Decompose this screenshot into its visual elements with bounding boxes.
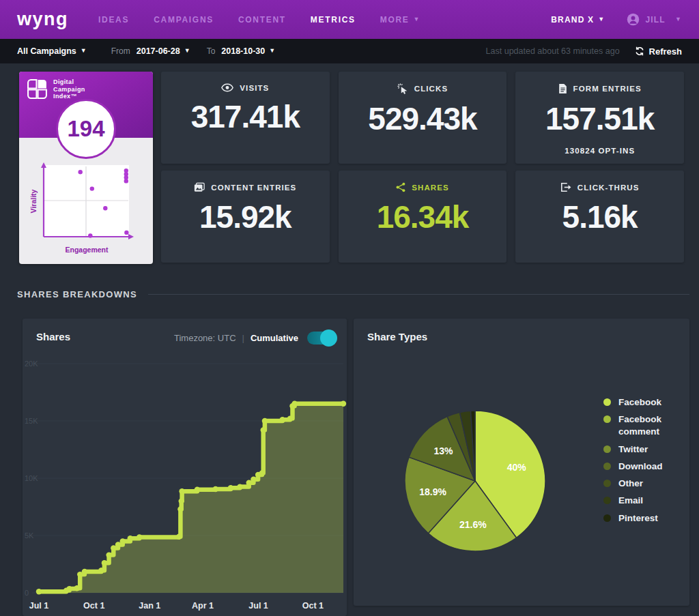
tile-form-entries: FORM ENTRIES 157.51k 130824 OPT-INS <box>515 72 684 164</box>
legend-swatch <box>603 398 611 406</box>
legend-label: Download <box>618 460 663 473</box>
legend-swatch <box>603 480 611 487</box>
svg-text:Jan 1: Jan 1 <box>139 601 160 611</box>
legend-item-facebook: Facebook <box>603 396 689 409</box>
legend-item-pinterest: Pinterest <box>603 512 689 525</box>
svg-text:0: 0 <box>25 589 29 597</box>
wyng-logo[interactable]: wyng <box>17 9 68 30</box>
legend-label: Pinterest <box>618 512 658 525</box>
tile-value: 317.41k <box>191 98 300 135</box>
svg-text:Jul 1: Jul 1 <box>248 601 268 611</box>
share-icon <box>396 182 405 192</box>
svg-text:5K: 5K <box>25 531 34 540</box>
chevron-down-icon: ▼ <box>598 16 605 23</box>
chevron-down-icon: ▼ <box>269 47 275 54</box>
dci-y-axis-label: Virality <box>30 189 38 213</box>
svg-text:Oct 1: Oct 1 <box>302 601 324 611</box>
share-types-card: Share Types 40%21.6%18.9%13% FacebookFac… <box>354 319 689 606</box>
dci-score-value: 194 <box>67 116 104 142</box>
tile-label: CLICKS <box>414 85 448 93</box>
cumulative-toggle[interactable] <box>307 332 336 344</box>
shares-area-fill <box>39 404 343 593</box>
svg-text:21.6%: 21.6% <box>459 519 487 530</box>
brand-name: BRAND X <box>551 15 594 25</box>
dci-scatter-point <box>88 233 92 237</box>
chevron-down-icon: ▼ <box>184 47 190 54</box>
svg-text:Apr 1: Apr 1 <box>192 601 214 611</box>
svg-text:Oct 1: Oct 1 <box>83 601 104 611</box>
main-nav: IDEAS CAMPAIGNS CONTENT METRICS MORE▼ <box>98 15 420 25</box>
svg-text:18.9%: 18.9% <box>419 486 446 497</box>
legend-label: Facebook comment <box>618 413 689 438</box>
tile-label: VISITS <box>240 84 269 92</box>
dci-scatter-point <box>79 170 83 174</box>
nav-item-more[interactable]: MORE▼ <box>380 15 420 25</box>
campaign-selector[interactable]: All Campaigns▼ <box>17 46 87 56</box>
legend-item-email: Email <box>603 495 689 507</box>
tile-content-entries: CONTENT ENTRIES 15.92k <box>161 171 330 263</box>
dci-scatter-chart: Virality Engagement <box>30 161 141 256</box>
refresh-label: Refresh <box>649 46 682 57</box>
from-date-value: 2017-06-28 <box>137 46 180 56</box>
tile-clicks: CLICKS 529.43k <box>339 72 507 164</box>
legend-swatch <box>603 514 611 522</box>
exit-arrow-icon <box>560 182 571 192</box>
photo-stack-icon <box>194 182 205 192</box>
legend-label: Facebook <box>618 396 661 409</box>
tile-label: SHARES <box>412 184 449 192</box>
dci-grid-icon <box>27 78 48 102</box>
tile-visits: VISITS 317.41k <box>161 72 330 164</box>
dci-scatter-point <box>124 179 128 183</box>
toggle-knob <box>320 329 337 347</box>
tile-label: FORM ENTRIES <box>573 85 642 93</box>
shares-line-chart[interactable]: 05K10K15K20KJul 1Oct 1Jan 1Apr 1Jul 1Oct… <box>23 353 347 615</box>
tile-label: CONTENT ENTRIES <box>211 184 296 192</box>
share-types-pie-chart[interactable]: 40%21.6%18.9%13% <box>396 402 554 560</box>
dashboard-root: wyng IDEAS CAMPAIGNS CONTENT METRICS MOR… <box>0 0 699 616</box>
refresh-icon <box>635 46 644 56</box>
tile-click-thrus: CLICK-THRUS 5.16k <box>515 171 684 263</box>
legend-item-facebook-comment: Facebook comment <box>603 413 689 438</box>
section-title: SHARES BREAKDOWNS <box>17 289 137 299</box>
section-divider <box>148 294 689 295</box>
nav-right: BRAND X▼ JILL▼ <box>551 13 682 26</box>
shares-breakdowns-section: SHARES BREAKDOWNS <box>17 289 689 299</box>
brand-selector[interactable]: BRAND X▼ <box>551 15 605 25</box>
user-avatar-icon <box>627 13 640 26</box>
legend-item-download: Download <box>603 460 689 473</box>
nav-item-content[interactable]: CONTENT <box>238 15 286 25</box>
tile-value: 16.34k <box>377 199 469 235</box>
cursor-click-icon <box>397 83 408 94</box>
last-updated-text: Last updated about 63 minutes ago <box>486 46 620 56</box>
tile-value: 5.16k <box>562 199 638 235</box>
to-date-value: 2018-10-30 <box>221 46 265 56</box>
dci-score-badge: 194 <box>56 99 116 159</box>
nav-item-ideas[interactable]: IDEAS <box>98 15 129 25</box>
nav-item-more-label: MORE <box>380 15 410 25</box>
to-label: To <box>207 46 216 56</box>
filter-bar-right: Last updated about 63 minutes ago Refres… <box>486 46 682 57</box>
svg-text:10K: 10K <box>25 474 38 482</box>
tile-value: 15.92k <box>199 199 291 235</box>
dci-brand: Digital Campaign Index™ <box>27 78 85 102</box>
dci-title: Digital Campaign Index™ <box>53 78 85 100</box>
dci-scatter-point <box>90 186 94 190</box>
refresh-button[interactable]: Refresh <box>635 46 682 57</box>
controls-divider: | <box>242 333 244 343</box>
eye-icon <box>221 83 233 92</box>
nav-item-campaigns[interactable]: CAMPAIGNS <box>154 15 214 25</box>
svg-text:40%: 40% <box>507 462 527 473</box>
svg-text:20K: 20K <box>25 360 38 368</box>
legend-item-twitter: Twitter <box>603 443 689 456</box>
metric-tiles: VISITS 317.41k CLICKS 529.43k FORM ENTRI… <box>161 72 684 263</box>
chevron-down-icon: ▼ <box>414 16 421 23</box>
chevron-down-icon: ▼ <box>675 16 682 23</box>
svg-text:13%: 13% <box>433 445 453 456</box>
from-date-picker[interactable]: 2017-06-28▼ <box>137 46 190 56</box>
to-date-picker[interactable]: 2018-10-30▼ <box>221 46 275 56</box>
nav-item-metrics[interactable]: METRICS <box>311 15 356 25</box>
legend-label: Other <box>618 478 643 490</box>
dci-scatter-point <box>103 206 107 210</box>
chevron-down-icon: ▼ <box>81 47 87 54</box>
user-menu[interactable]: JILL▼ <box>627 13 682 26</box>
